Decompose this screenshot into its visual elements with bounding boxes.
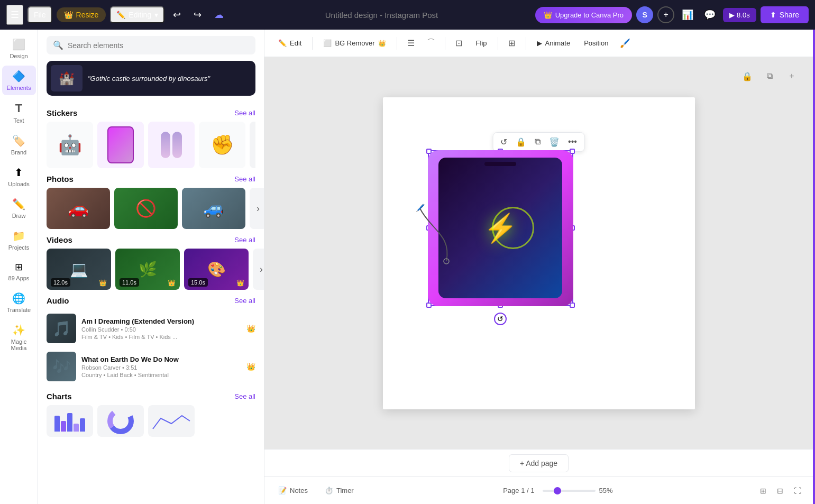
- curve-icon-button[interactable]: ⌒: [423, 35, 439, 52]
- bg-remover-icon: ⬜: [323, 39, 332, 47]
- charts-row: [47, 405, 255, 437]
- lock-icon[interactable]: 🔒: [739, 68, 756, 85]
- sidebar-item-brand[interactable]: 🏷️ Brand: [2, 130, 36, 160]
- element-more-button[interactable]: •••: [565, 135, 580, 149]
- cloud-save-icon: ☁: [210, 6, 228, 24]
- video-item[interactable]: 💻 12.0s 👑: [47, 249, 111, 290]
- redo-button[interactable]: ↪: [189, 6, 206, 24]
- canvas-toolbar: ✏️ Edit ⬜ BG Remover 👑 ☰ ⌒ ⊡ Flip ⊞ ▶ An…: [264, 30, 813, 57]
- grid-view-button[interactable]: ⊞: [757, 483, 770, 498]
- video-item[interactable]: 🌿 11.0s 👑: [115, 249, 180, 290]
- file-menu-button[interactable]: File: [28, 6, 52, 23]
- position-button[interactable]: Position: [579, 36, 613, 50]
- design-icon: ⬜: [12, 38, 25, 51]
- chevron-down-icon: ▾: [154, 11, 158, 19]
- add-team-button[interactable]: +: [657, 6, 674, 23]
- charts-see-all[interactable]: See all: [234, 392, 255, 400]
- videos-see-all[interactable]: See all: [234, 236, 255, 244]
- user-avatar[interactable]: S: [636, 6, 653, 23]
- sidebar-item-text[interactable]: T Text: [2, 97, 36, 128]
- brand-icon: 🏷️: [12, 134, 25, 147]
- notes-icon: 📝: [278, 487, 287, 494]
- left-panel: 🔍 🏰 "Gothic castle surrounded by dinosau…: [38, 30, 264, 504]
- expand-button[interactable]: ⛶: [791, 483, 804, 498]
- search-bar: 🔍: [38, 30, 264, 61]
- bg-remover-button[interactable]: ⬜ BG Remover 👑: [318, 36, 391, 50]
- sidebar-item-magic-media[interactable]: ✨ Magic Media: [2, 319, 36, 355]
- sidebar-item-apps[interactable]: ⊞ 89 Apps: [2, 257, 36, 286]
- hamburger-menu-button[interactable]: ☰: [6, 5, 23, 25]
- sticker-item[interactable]: ✊: [199, 122, 245, 168]
- chart-item-bar[interactable]: [47, 405, 93, 437]
- crop-button[interactable]: ⊡: [451, 35, 468, 52]
- photo-item[interactable]: 🚙: [182, 188, 245, 229]
- audio-item[interactable]: 🎵 Am I Dreaming (Extended Version) Colli…: [47, 309, 255, 347]
- pattern-button[interactable]: ⊞: [503, 35, 520, 52]
- element-lock-button[interactable]: 🔒: [512, 135, 529, 149]
- notes-button[interactable]: 📝 Notes: [273, 483, 313, 498]
- edit-button[interactable]: ✏️ Edit: [273, 36, 307, 50]
- copy-icon[interactable]: ⧉: [761, 68, 778, 85]
- resize-button[interactable]: 👑 Resize: [57, 7, 106, 22]
- animate-button[interactable]: ▶ Animate: [532, 36, 576, 50]
- paint-icon-button[interactable]: 🖌️: [617, 35, 634, 52]
- navbar: ☰ File 👑 Resize ✏️ Editing ▾ ↩ ↪ ☁ Untit…: [0, 0, 815, 30]
- photo-item[interactable]: 🚫: [114, 188, 178, 229]
- rotation-handle[interactable]: ↺: [494, 313, 507, 325]
- sticker-item[interactable]: 🤖: [47, 122, 93, 168]
- add-page-button[interactable]: + Add page: [509, 454, 569, 472]
- upgrade-button[interactable]: 👑 Upgrade to Canva Pro: [535, 7, 632, 23]
- sidebar-item-design[interactable]: ⬜ Design: [2, 34, 36, 63]
- stickers-next-arrow[interactable]: ›: [250, 122, 255, 168]
- search-input[interactable]: [68, 41, 249, 50]
- element-rotate-button[interactable]: ↺: [497, 135, 510, 149]
- timer-icon: ⏱️: [325, 487, 333, 494]
- editing-button[interactable]: ✏️ Editing ▾: [110, 6, 164, 23]
- present-button[interactable]: ▶ 8.0s: [723, 8, 756, 22]
- photos-section-header: Photos See all: [47, 175, 255, 184]
- canvas-element[interactable]: ⚡ ↺: [428, 150, 573, 306]
- sidebar-item-label: Elements: [7, 85, 31, 91]
- search-input-wrap[interactable]: 🔍: [47, 36, 255, 54]
- add-icon[interactable]: +: [783, 68, 800, 85]
- list-view-button[interactable]: ⊟: [774, 483, 786, 498]
- timer-button[interactable]: ⏱️ Timer: [319, 483, 359, 498]
- undo-button[interactable]: ↩: [169, 6, 185, 24]
- ai-suggestion[interactable]: 🏰 "Gothic castle surrounded by dinosaurs…: [47, 61, 255, 96]
- share-button[interactable]: ⬆ Share: [761, 6, 809, 23]
- sidebar-item-draw[interactable]: ✏️ Draw: [2, 194, 36, 223]
- crown-icon: 👑: [246, 362, 255, 371]
- photo-item[interactable]: 🚗: [47, 188, 110, 229]
- audio-item[interactable]: 🎶 What on Earth Do We Do Now Robson Carv…: [47, 347, 255, 386]
- edit-icon: ✏️: [278, 39, 287, 47]
- element-copy-button[interactable]: ⧉: [532, 135, 544, 149]
- lines-icon-button[interactable]: ☰: [402, 35, 419, 52]
- video-item[interactable]: 🎨 15.0s 👑: [184, 249, 249, 290]
- sidebar-item-elements[interactable]: 🔷 Elements: [2, 66, 36, 95]
- flip-button[interactable]: Flip: [471, 36, 492, 50]
- chart-item-pie[interactable]: [97, 405, 144, 437]
- comment-icon[interactable]: 💬: [701, 6, 719, 24]
- audio-see-all[interactable]: See all: [234, 297, 255, 305]
- photos-next-arrow[interactable]: ›: [250, 188, 264, 229]
- audio-tags: Film & TV • Kids • Film & TV • Kids ...: [81, 334, 241, 340]
- stickers-see-all[interactable]: See all: [234, 109, 255, 117]
- sticker-item[interactable]: [148, 122, 195, 168]
- sidebar-item-uploads[interactable]: ⬆ Uploads: [2, 162, 36, 191]
- play-icon: ▶: [729, 11, 735, 19]
- page-indicator: Page 1 / 1: [503, 487, 534, 494]
- analytics-icon[interactable]: 📊: [679, 6, 697, 24]
- sidebar-item-projects[interactable]: 📁 Projects: [2, 225, 36, 255]
- chart-item-line[interactable]: [148, 405, 195, 437]
- phone-screen: ⚡: [438, 158, 562, 298]
- bottom-bar: 📝 Notes ⏱️ Timer Page 1 / 1 55% ⊞ ⊟ ⛶: [264, 476, 813, 504]
- sidebar-icons: ⬜ Design 🔷 Elements T Text 🏷️ Brand ⬆ Up…: [0, 30, 38, 504]
- canvas-scroll-area[interactable]: 🔒 ⧉ + ↺ 🔒 ⧉ 🗑️ •••: [264, 57, 813, 449]
- element-delete-button[interactable]: 🗑️: [546, 135, 563, 149]
- photos-see-all[interactable]: See all: [234, 175, 255, 183]
- zoom-slider[interactable]: [543, 490, 596, 492]
- projects-icon: 📁: [12, 230, 25, 242]
- sidebar-item-translate[interactable]: 🌐 Translate: [2, 288, 36, 317]
- sticker-item[interactable]: [97, 122, 144, 168]
- videos-next-arrow[interactable]: ›: [253, 249, 264, 290]
